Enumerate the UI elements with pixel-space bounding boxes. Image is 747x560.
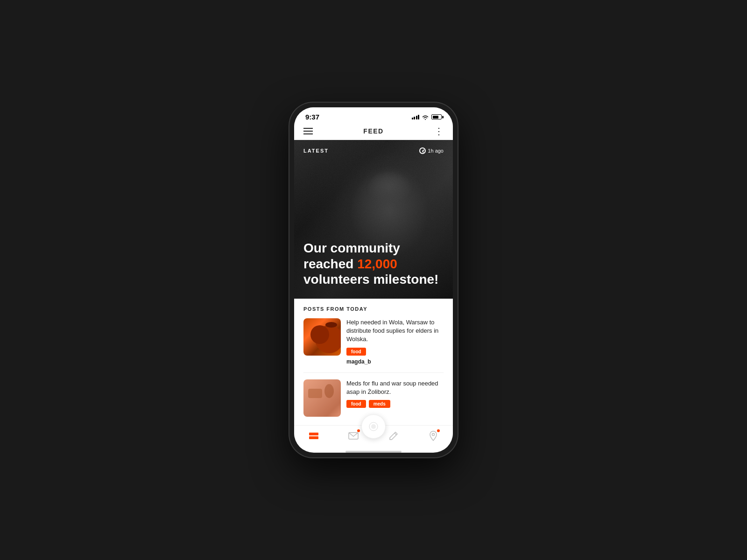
post-content-1: Help needed in Wola, Warsaw to distribut…: [346, 318, 444, 365]
hero-time-info: 1h ago: [419, 147, 444, 154]
svg-point-5: [432, 434, 434, 436]
map-badge: [437, 429, 440, 432]
more-button[interactable]: ⋮: [434, 126, 444, 136]
post-thumbnail-meds: [303, 379, 341, 417]
post-author-1: magda_b: [346, 358, 444, 365]
status-time: 9:37: [305, 113, 319, 121]
post-thumbnail-food: [303, 318, 341, 356]
nav-item-feed[interactable]: [308, 430, 319, 441]
app-title: FEED: [363, 127, 383, 135]
post-tags-1: food: [346, 348, 444, 356]
wifi-icon: [422, 114, 429, 120]
fab-button[interactable]: [361, 414, 386, 439]
battery-icon: [431, 114, 442, 119]
post-content-2: Meds for flu and war soup needed asap in…: [346, 379, 444, 417]
mail-badge: [357, 429, 360, 432]
post-description-1: Help needed in Wola, Warsaw to distribut…: [346, 318, 444, 344]
hero-section: LATEST 1h ago Our community reached 12,0…: [294, 140, 453, 299]
tag-meds-2[interactable]: meds: [369, 400, 390, 408]
status-bar: 9:37: [294, 107, 453, 123]
post-description-2: Meds for flu and war soup needed asap in…: [346, 379, 444, 396]
status-icons: [412, 114, 442, 120]
feed-icon: [308, 430, 319, 441]
clock-icon: [419, 147, 426, 154]
post-item[interactable]: Help needed in Wola, Warsaw to distribut…: [303, 318, 444, 365]
hero-headline: Our community reached 12,000 volunteers …: [303, 240, 444, 287]
menu-button[interactable]: [303, 128, 313, 134]
svg-line-4: [395, 433, 396, 435]
nav-item-mail[interactable]: [348, 430, 359, 441]
hero-headline-highlight: 12,000: [357, 257, 397, 271]
pen-icon: [388, 430, 399, 441]
map-pin-icon: [428, 430, 439, 441]
mail-icon: [348, 430, 359, 441]
post-item-2[interactable]: Meds for flu and war soup needed asap in…: [303, 379, 444, 417]
home-indicator: [345, 451, 402, 453]
hero-latest-label: LATEST: [303, 148, 329, 154]
posts-section-title: POSTS FROM TODAY: [303, 306, 444, 312]
nav-item-map[interactable]: [428, 430, 439, 441]
signal-icon: [412, 115, 420, 119]
hero-badge-bar: LATEST 1h ago: [303, 147, 444, 154]
hero-time-label: 1h ago: [428, 148, 444, 154]
phone-frame: 9:37: [289, 103, 458, 457]
hero-headline-part2: volunteers milestone!: [303, 272, 438, 287]
tag-food-2[interactable]: food: [346, 400, 366, 408]
posts-section: POSTS FROM TODAY Help needed in Wola, Wa…: [294, 299, 453, 425]
phone-screen: 9:37: [294, 107, 453, 453]
app-header: FEED ⋮: [294, 123, 453, 140]
nav-item-pen[interactable]: [388, 430, 399, 441]
hero-text-block: Our community reached 12,000 volunteers …: [303, 240, 444, 287]
fab-icon: [368, 421, 379, 432]
post-divider: [303, 372, 444, 373]
post-tags-2: food meds: [346, 400, 444, 408]
svg-point-3: [371, 424, 376, 429]
bottom-nav: [294, 425, 453, 449]
tag-food-1[interactable]: food: [346, 348, 366, 356]
